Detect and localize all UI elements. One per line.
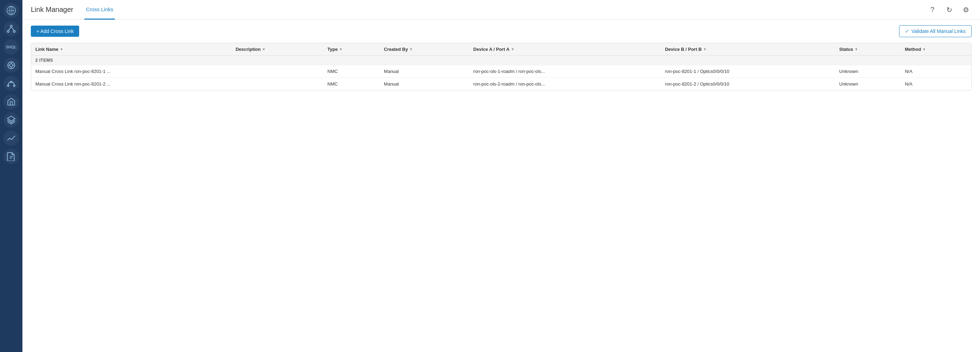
filter-icon-method: ▼ [923, 47, 926, 51]
row-0-cell-status: Unknown [835, 65, 900, 78]
sidebar-item-analytics[interactable] [3, 130, 19, 146]
row-0-cell-link-name: Manual Cross Link ron-poc-8201-1 ... [31, 65, 232, 78]
row-1-cell-created-by: Manual [380, 78, 469, 90]
col-header-type[interactable]: Type ▼ [323, 43, 380, 56]
filter-icon-device-b: ▼ [703, 47, 707, 51]
tab-bar: Cross Links [84, 0, 927, 20]
topbar-actions: ? ↻ ⚙ [927, 4, 972, 15]
row-1-cell-device-a-port-a: ron-poc-ols-2-roadm / ron-poc-ols... [469, 78, 660, 90]
items-count-row: 2 ITEMS [31, 56, 971, 65]
app-title: Link Manager [31, 6, 73, 14]
svg-line-8 [11, 27, 14, 30]
filter-icon-created-by: ▼ [409, 47, 413, 51]
validate-all-manual-links-button[interactable]: ✓ Validate All Manual Links [899, 25, 972, 37]
cross-links-table: Link Name ▼ Description ▼ [31, 43, 972, 90]
items-count-cell: 2 ITEMS [31, 56, 971, 65]
col-header-device-a-port-a[interactable]: Device A / Port A ▼ [469, 43, 660, 56]
svg-point-6 [13, 30, 15, 32]
svg-point-10 [10, 64, 13, 67]
sidebar-logo[interactable] [3, 3, 19, 18]
filter-icon-type: ▼ [339, 47, 342, 51]
filter-icon-link-name: ▼ [60, 47, 64, 51]
table-header-row: Link Name ▼ Description ▼ [31, 43, 971, 56]
filter-icon-status: ▼ [854, 47, 858, 51]
row-1-cell-method: N/A [900, 78, 971, 90]
checkmark-icon: ✓ [905, 29, 909, 34]
row-0-cell-type: NMC [323, 65, 380, 78]
sidebar-item-reports[interactable] [3, 149, 19, 164]
col-header-method[interactable]: Method ▼ [900, 43, 971, 56]
row-0-cell-description [232, 65, 323, 78]
add-cross-link-button[interactable]: + Add Cross Link [31, 26, 79, 37]
settings-icon: ⚙ [963, 6, 969, 14]
help-button[interactable]: ? [927, 4, 938, 15]
row-1-cell-status: Unknown [835, 78, 900, 90]
row-1-cell-description [232, 78, 323, 90]
topbar: Link Manager Cross Links ? ↻ ⚙ [22, 0, 980, 20]
svg-marker-18 [7, 116, 15, 121]
table-row[interactable]: Manual Cross Link ron-poc-8201-2 ...NMCM… [31, 78, 971, 90]
sidebar-item-shql[interactable]: SHQL [3, 39, 19, 55]
row-1-cell-link-name: Manual Cross Link ron-poc-8201-2 ... [31, 78, 232, 90]
sidebar-item-4[interactable] [3, 76, 19, 91]
col-header-description[interactable]: Description ▼ [232, 43, 323, 56]
filter-icon-device-a: ▼ [511, 47, 514, 51]
sidebar-item-layers[interactable] [3, 112, 19, 128]
svg-point-5 [7, 30, 9, 32]
tab-cross-links[interactable]: Cross Links [84, 0, 115, 20]
row-1-cell-type: NMC [323, 78, 380, 90]
sidebar-item-home[interactable] [3, 94, 19, 109]
help-icon: ? [930, 6, 934, 14]
col-header-link-name[interactable]: Link Name ▼ [31, 43, 232, 56]
sidebar-item-3[interactable] [3, 58, 19, 73]
content-area: + Add Cross Link ✓ Validate All Manual L… [22, 20, 980, 352]
refresh-icon: ↻ [947, 6, 952, 14]
sidebar: SHQL [0, 0, 22, 352]
svg-point-4 [10, 25, 12, 27]
row-0-cell-device-a-port-a: ron-poc-ols-1-roadm / ron-poc-ols... [469, 65, 660, 78]
sidebar-item-topology[interactable] [3, 21, 19, 37]
filter-icon-description: ▼ [262, 47, 266, 51]
col-header-created-by[interactable]: Created By ▼ [380, 43, 469, 56]
row-1-cell-device-b-port-b: ron-poc-8201-2 / Optics0/0/0/10 [661, 78, 835, 90]
settings-button[interactable]: ⚙ [960, 4, 972, 15]
col-header-status[interactable]: Status ▼ [835, 43, 900, 56]
row-0-cell-created-by: Manual [380, 65, 469, 78]
table-row[interactable]: Manual Cross Link ron-poc-8201-1 ...NMCM… [31, 65, 971, 78]
refresh-button[interactable]: ↻ [943, 4, 955, 15]
svg-line-7 [8, 27, 11, 30]
row-0-cell-method: N/A [900, 65, 971, 78]
toolbar: + Add Cross Link ✓ Validate All Manual L… [31, 25, 972, 37]
main-content: Link Manager Cross Links ? ↻ ⚙ + Add Cro… [22, 0, 980, 352]
col-header-device-b-port-b[interactable]: Device B / Port B ▼ [661, 43, 835, 56]
row-0-cell-device-b-port-b: ron-poc-8201-1 / Optics0/0/0/10 [661, 65, 835, 78]
